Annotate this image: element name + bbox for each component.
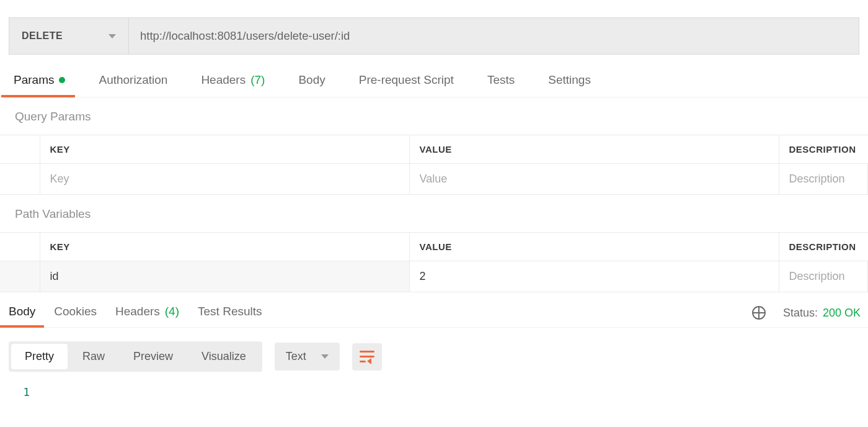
row-handle[interactable] bbox=[0, 261, 40, 292]
content-type-label: Text bbox=[286, 350, 306, 363]
wrap-lines-icon bbox=[360, 351, 374, 363]
http-method-label: DELETE bbox=[22, 30, 63, 42]
request-url-input[interactable]: http://localhost:8081/users/delete-user/… bbox=[129, 17, 859, 55]
view-mode-raw[interactable]: Raw bbox=[69, 344, 118, 369]
tab-params[interactable]: Params bbox=[12, 73, 66, 97]
tab-authorization[interactable]: Authorization bbox=[97, 73, 169, 97]
tab-settings[interactable]: Settings bbox=[547, 73, 592, 97]
content-type-select[interactable]: Text bbox=[275, 343, 340, 371]
path-var-row: id 2 Description bbox=[0, 261, 868, 292]
table-header-row: KEY VALUE DESCRIPTION bbox=[0, 233, 868, 261]
request-tabs: Params Authorization Headers (7) Body Pr… bbox=[0, 73, 868, 97]
table-handle-col bbox=[0, 233, 40, 261]
query-param-new-row: Key Value Description bbox=[0, 164, 868, 195]
row-handle[interactable] bbox=[0, 164, 40, 195]
response-status: Status: 200 OK bbox=[783, 307, 861, 320]
column-key: KEY bbox=[40, 135, 409, 164]
response-headers-count: (4) bbox=[165, 305, 179, 318]
path-variables-heading: Path Variables bbox=[0, 195, 868, 232]
query-params-heading: Query Params bbox=[0, 97, 868, 135]
params-active-dot-icon bbox=[59, 77, 65, 83]
tab-headers[interactable]: Headers (7) bbox=[200, 73, 266, 97]
response-tab-test-results[interactable]: Test Results bbox=[197, 299, 263, 327]
table-handle-col bbox=[0, 135, 40, 164]
view-mode-visualize[interactable]: Visualize bbox=[188, 344, 260, 369]
query-param-desc-input[interactable]: Description bbox=[779, 164, 868, 195]
query-param-key-input[interactable]: Key bbox=[40, 164, 409, 195]
response-toolbar: Pretty Raw Preview Visualize Text bbox=[0, 328, 868, 379]
view-mode-pretty[interactable]: Pretty bbox=[11, 344, 68, 369]
column-key: KEY bbox=[40, 233, 409, 261]
view-mode-preview[interactable]: Preview bbox=[120, 344, 187, 369]
http-method-select[interactable]: DELETE bbox=[9, 17, 129, 55]
column-desc: DESCRIPTION bbox=[779, 233, 868, 261]
column-desc: DESCRIPTION bbox=[779, 135, 868, 164]
globe-icon[interactable] bbox=[752, 306, 766, 320]
headers-count-badge: (7) bbox=[250, 73, 265, 87]
response-bar: Body Cookies Headers (4) Test Results St… bbox=[0, 299, 868, 328]
chevron-down-icon bbox=[321, 354, 329, 359]
column-value: VALUE bbox=[409, 233, 779, 261]
tab-tests[interactable]: Tests bbox=[486, 73, 516, 97]
tab-body[interactable]: Body bbox=[297, 73, 326, 97]
response-tab-cookies[interactable]: Cookies bbox=[53, 299, 98, 327]
wrap-lines-button[interactable] bbox=[352, 343, 382, 371]
status-label: Status: bbox=[783, 307, 818, 320]
response-body[interactable]: 1 bbox=[0, 379, 868, 417]
path-var-desc-input[interactable]: Description bbox=[779, 261, 868, 292]
tab-prerequest[interactable]: Pre-request Script bbox=[358, 73, 455, 97]
line-number: 1 bbox=[9, 385, 40, 398]
response-tab-headers[interactable]: Headers (4) bbox=[114, 299, 180, 327]
query-params-table: KEY VALUE DESCRIPTION Key Value Descript… bbox=[0, 135, 868, 195]
query-param-value-input[interactable]: Value bbox=[409, 164, 779, 195]
status-value: 200 OK bbox=[823, 307, 861, 320]
chevron-down-icon bbox=[108, 34, 116, 38]
request-url-text: http://localhost:8081/users/delete-user/… bbox=[140, 29, 350, 43]
path-var-key-input[interactable]: id bbox=[40, 261, 409, 292]
response-tab-body[interactable]: Body bbox=[7, 299, 37, 327]
path-var-value-input[interactable]: 2 bbox=[409, 261, 779, 292]
path-variables-table: KEY VALUE DESCRIPTION id 2 Description bbox=[0, 232, 868, 292]
view-mode-group: Pretty Raw Preview Visualize bbox=[9, 341, 262, 372]
table-header-row: KEY VALUE DESCRIPTION bbox=[0, 135, 868, 164]
column-value: VALUE bbox=[409, 135, 779, 164]
